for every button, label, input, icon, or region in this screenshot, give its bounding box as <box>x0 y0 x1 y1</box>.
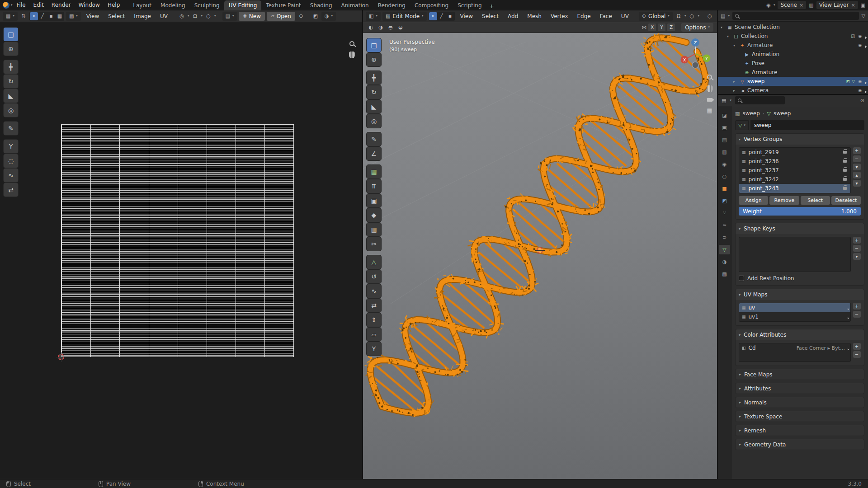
blender-logo-icon[interactable] <box>3 2 9 9</box>
properties-tab-object[interactable]: ■ <box>719 184 730 193</box>
outliner-row-sweep[interactable]: ▸ ▽ sweep ◩ ▽ ◉ <box>718 77 868 86</box>
tool-shear[interactable]: ▱ <box>367 328 381 341</box>
menu-window[interactable]: Window <box>75 0 104 9</box>
filter-icon[interactable]: ▽ <box>862 14 865 19</box>
mesh-data-selector[interactable]: ▽▾ <box>735 120 749 130</box>
vp-menu-view[interactable]: View <box>457 12 476 21</box>
uv-menu-view[interactable]: View <box>83 12 103 21</box>
expand-arrow-icon[interactable]: ▾ <box>727 34 732 38</box>
breadcrumb-object[interactable]: sweep <box>742 110 760 117</box>
tool-option-icon-3[interactable]: ◓ <box>387 23 395 32</box>
vertex-groups-panel-header[interactable]: ▾ Vertex Groups <box>736 134 864 145</box>
remove-vertex-group-button[interactable]: − <box>853 155 861 162</box>
uv-arrow-icon[interactable]: ◩ <box>311 12 320 20</box>
properties-tab-physics[interactable]: ≈ <box>719 221 730 230</box>
tool-rotate[interactable]: ↻ <box>367 85 381 99</box>
dna-helix-mesh[interactable] <box>363 33 717 479</box>
tool-relax[interactable]: ∿ <box>4 169 18 182</box>
tab-animation[interactable]: Animation <box>337 0 373 10</box>
zoom-icon[interactable] <box>349 41 354 46</box>
tool-bevel[interactable]: ◆ <box>367 208 381 222</box>
tab-compositing[interactable]: Compositing <box>410 0 453 10</box>
lock-icon[interactable] <box>843 160 847 163</box>
options-button[interactable]: Options▾ <box>681 23 713 32</box>
tool-scale[interactable]: ◣ <box>4 89 18 103</box>
remove-color-attribute-button[interactable]: − <box>853 351 861 358</box>
deselect-button[interactable]: Deselect <box>831 196 861 205</box>
tool-annotate[interactable]: ✎ <box>4 122 18 135</box>
shape-key-specials-button[interactable]: ▾ <box>853 253 861 260</box>
properties-tab-constraints[interactable]: ⊃ <box>719 233 730 242</box>
sticky-selection-selector[interactable]: ▩▾ <box>66 12 81 21</box>
tab-modeling[interactable]: Modeling <box>156 0 190 10</box>
lock-icon[interactable] <box>843 178 847 181</box>
pin-icon[interactable]: ⊙ <box>860 98 864 103</box>
uv-map-item-active[interactable]: ▦ uv <box>739 303 850 312</box>
assign-button[interactable]: Assign <box>739 196 768 205</box>
properties-tab-output[interactable]: ▤ <box>719 135 730 145</box>
tool-knife[interactable]: ✂ <box>367 237 381 251</box>
editor-type-selector[interactable]: ▦▾ <box>3 12 18 21</box>
tab-scripting[interactable]: Scripting <box>453 0 486 10</box>
select-button[interactable]: Select <box>801 196 830 205</box>
add-workspace-button[interactable]: + <box>486 2 497 10</box>
edge-select-icon[interactable]: ╱ <box>438 12 446 20</box>
tool-transform[interactable]: ◎ <box>367 114 381 128</box>
hide-eye-icon[interactable]: ◉ <box>858 79 862 84</box>
outliner-row-animation[interactable]: ▶ Animation <box>718 50 868 59</box>
properties-tab-material[interactable]: ◑ <box>719 257 730 267</box>
uv-menu-select[interactable]: Select <box>104 12 128 21</box>
add-vertex-group-button[interactable]: + <box>853 147 861 154</box>
new-image-button[interactable]: ✚New <box>239 12 265 21</box>
add-rest-position-checkbox[interactable] <box>739 276 744 281</box>
menu-help[interactable]: Help <box>104 0 123 9</box>
lock-icon[interactable] <box>843 151 847 154</box>
tool-rotate[interactable]: ↻ <box>4 75 18 88</box>
tool-poly-build[interactable]: △ <box>367 255 381 269</box>
menu-file[interactable]: File <box>13 0 29 9</box>
uv-2d-cursor[interactable] <box>56 352 66 362</box>
proportional-editing-icon[interactable]: ○ <box>204 12 212 20</box>
viewport-canvas[interactable]: User Perspective (90) sweep □ ⊕ ╋ ↻ ◣ ◎ … <box>363 33 717 479</box>
vp-menu-edge[interactable]: Edge <box>574 12 594 21</box>
tool-rip-region[interactable]: Y <box>367 342 381 356</box>
tool-extrude-region[interactable]: ⇈ <box>367 179 381 193</box>
expand-arrow-icon[interactable]: ▾ <box>733 43 739 47</box>
tool-inset-faces[interactable]: ▣ <box>367 194 381 207</box>
data-name-input[interactable]: sweep <box>750 120 864 130</box>
properties-editor-icon[interactable]: ▤ <box>722 98 726 103</box>
vp-menu-select[interactable]: Select <box>478 12 502 21</box>
tool-scale[interactable]: ◣ <box>367 100 381 113</box>
properties-tab-particles[interactable]: ∵ <box>719 208 730 218</box>
mirror-y-toggle[interactable]: Y <box>658 23 665 31</box>
tool-pinch[interactable]: ⇄ <box>4 183 18 197</box>
axis-minus-z-ball[interactable] <box>692 62 698 68</box>
tool-smooth[interactable]: ∿ <box>367 284 381 298</box>
expand-arrow-icon[interactable]: ▾ <box>721 25 726 29</box>
tool-option-icon-2[interactable]: ◑ <box>377 23 385 32</box>
chevron-down-icon[interactable]: ▾ <box>774 4 775 7</box>
add-color-attribute-button[interactable]: + <box>853 343 861 350</box>
vp-menu-mesh[interactable]: Mesh <box>524 12 545 21</box>
add-uv-map-button[interactable]: + <box>853 303 861 310</box>
scene-browse-icon[interactable]: ◉ <box>766 3 771 8</box>
shape-keys-list[interactable] <box>739 237 851 272</box>
uv-map-item[interactable]: ▦ uv1 <box>739 312 850 321</box>
chevron-down-icon[interactable]: ▾ <box>11 4 13 7</box>
tool-loop-cut[interactable]: ▥ <box>367 223 381 236</box>
face-select-icon[interactable]: ▪ <box>446 12 454 20</box>
uv-unwrap-grid[interactable] <box>61 124 294 357</box>
uv-edge-select-icon[interactable]: ╱ <box>38 12 47 20</box>
color-attributes-panel-header[interactable]: ▾ Color Attributes <box>736 329 864 340</box>
tab-texture-paint[interactable]: Texture Paint <box>261 0 305 10</box>
tab-layout[interactable]: Layout <box>128 0 156 10</box>
vertex-group-item[interactable]: ▦ point_3237 <box>739 166 850 175</box>
image-browse-selector[interactable]: ▤▾ <box>222 12 237 21</box>
properties-tab-tool[interactable]: ◪ <box>719 111 730 120</box>
properties-tab-modifiers[interactable]: ◩ <box>719 196 730 206</box>
outliner-search-input[interactable] <box>732 12 859 20</box>
vp-menu-uv[interactable]: UV <box>618 12 632 21</box>
vertex-group-item[interactable]: ▦ point_2919 <box>739 148 850 157</box>
properties-search-input[interactable] <box>735 96 785 104</box>
uv-island-select-icon[interactable]: ▦ <box>56 12 64 20</box>
